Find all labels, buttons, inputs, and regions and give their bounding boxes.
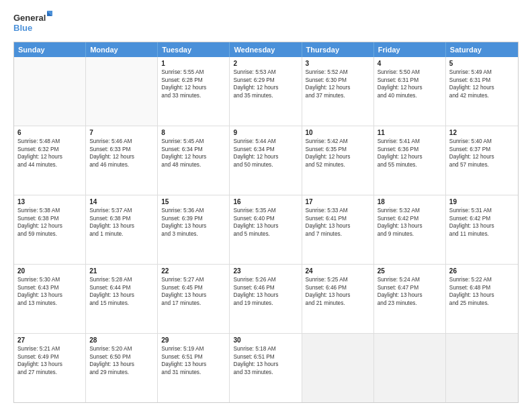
calendar-row: 13Sunrise: 5:38 AMSunset: 6:38 PMDayligh… bbox=[14, 195, 518, 265]
calendar-cell: 15Sunrise: 5:36 AMSunset: 6:39 PMDayligh… bbox=[158, 195, 230, 264]
calendar-cell: 11Sunrise: 5:41 AMSunset: 6:36 PMDayligh… bbox=[374, 126, 446, 195]
calendar-row: 6Sunrise: 5:48 AMSunset: 6:32 PMDaylight… bbox=[14, 126, 518, 195]
cell-info-line: Sunrise: 5:53 AM bbox=[233, 68, 298, 77]
cell-info-line: Daylight: 12 hours bbox=[17, 222, 82, 230]
day-number: 4 bbox=[378, 60, 442, 67]
day-number: 12 bbox=[449, 129, 515, 136]
cell-info-line: Daylight: 13 hours bbox=[233, 361, 298, 369]
cell-info-line: Daylight: 13 hours bbox=[306, 291, 370, 300]
cell-info-line: and 9 minutes. bbox=[378, 230, 442, 238]
cell-info-line: Sunrise: 5:50 AM bbox=[378, 68, 442, 77]
cell-info-line: Daylight: 12 hours bbox=[306, 84, 370, 92]
calendar-cell: 30Sunrise: 5:18 AMSunset: 6:51 PMDayligh… bbox=[230, 334, 302, 402]
cell-info-line: Sunrise: 5:22 AM bbox=[449, 276, 515, 284]
cell-info-line: and 46 minutes. bbox=[89, 161, 154, 169]
cell-info-line: Sunset: 6:34 PM bbox=[233, 146, 298, 154]
day-number: 18 bbox=[378, 198, 442, 205]
cell-info-line: Sunset: 6:46 PM bbox=[306, 284, 370, 292]
cell-info-line: Daylight: 13 hours bbox=[378, 291, 442, 300]
cell-info-line: Sunrise: 5:24 AM bbox=[378, 276, 442, 284]
day-number: 30 bbox=[233, 336, 298, 344]
cell-info-line: Daylight: 12 hours bbox=[378, 153, 442, 161]
cell-info-line: Daylight: 12 hours bbox=[378, 84, 442, 92]
calendar-cell: 10Sunrise: 5:42 AMSunset: 6:35 PMDayligh… bbox=[302, 126, 374, 195]
cell-info-line: Sunrise: 5:18 AM bbox=[233, 345, 298, 353]
day-number: 26 bbox=[449, 267, 515, 275]
cell-info-line: Sunset: 6:42 PM bbox=[378, 215, 442, 223]
calendar-cell: 22Sunrise: 5:27 AMSunset: 6:45 PMDayligh… bbox=[158, 265, 230, 333]
cell-info-line: Daylight: 12 hours bbox=[233, 153, 298, 161]
cell-info-line: and 7 minutes. bbox=[306, 230, 370, 238]
cell-info-line: and 35 minutes. bbox=[233, 92, 298, 100]
cell-info-line: Sunset: 6:32 PM bbox=[17, 146, 82, 154]
day-number: 25 bbox=[378, 267, 442, 275]
calendar-header: SundayMondayTuesdayWednesdayThursdayFrid… bbox=[14, 42, 518, 57]
cell-info-line: Sunrise: 5:33 AM bbox=[306, 207, 370, 215]
day-number: 6 bbox=[17, 129, 82, 136]
cell-info-line: Sunset: 6:28 PM bbox=[161, 77, 226, 85]
calendar-body: 1Sunrise: 5:55 AMSunset: 6:28 PMDaylight… bbox=[14, 57, 518, 402]
cell-info-line: and 5 minutes. bbox=[233, 230, 298, 238]
cell-info-line: and 59 minutes. bbox=[17, 230, 82, 238]
calendar-cell: 29Sunrise: 5:19 AMSunset: 6:51 PMDayligh… bbox=[158, 334, 230, 402]
cell-info-line: and 33 minutes. bbox=[161, 92, 226, 100]
cal-header-day: Thursday bbox=[302, 42, 374, 57]
cell-info-line: and 55 minutes. bbox=[378, 161, 442, 169]
cell-info-line: and 40 minutes. bbox=[378, 92, 442, 100]
cell-info-line: and 48 minutes. bbox=[161, 161, 226, 169]
cell-info-line: Sunset: 6:35 PM bbox=[306, 146, 370, 154]
logo-svg: General Blue bbox=[13, 11, 54, 35]
calendar-row: 1Sunrise: 5:55 AMSunset: 6:28 PMDaylight… bbox=[14, 57, 518, 126]
cell-info-line: Sunrise: 5:45 AM bbox=[161, 138, 226, 146]
calendar-cell: 23Sunrise: 5:26 AMSunset: 6:46 PMDayligh… bbox=[230, 265, 302, 333]
cell-info-line: and 37 minutes. bbox=[306, 92, 370, 100]
calendar-row: 20Sunrise: 5:30 AMSunset: 6:43 PMDayligh… bbox=[14, 265, 518, 334]
cell-info-line: Sunset: 6:51 PM bbox=[233, 353, 298, 361]
cell-info-line: Sunset: 6:30 PM bbox=[306, 77, 370, 85]
cell-info-line: Daylight: 13 hours bbox=[89, 291, 154, 300]
day-number: 29 bbox=[161, 336, 226, 344]
cal-header-day: Monday bbox=[86, 42, 158, 57]
cell-info-line: Sunset: 6:42 PM bbox=[449, 215, 515, 223]
cell-info-line: Daylight: 13 hours bbox=[161, 361, 226, 369]
cell-info-line: Daylight: 13 hours bbox=[17, 361, 82, 369]
calendar-cell: 24Sunrise: 5:25 AMSunset: 6:46 PMDayligh… bbox=[302, 265, 374, 333]
calendar-cell bbox=[374, 334, 446, 402]
calendar-cell: 13Sunrise: 5:38 AMSunset: 6:38 PMDayligh… bbox=[14, 195, 86, 264]
cell-info-line: Sunrise: 5:21 AM bbox=[17, 345, 82, 353]
cell-info-line: and 44 minutes. bbox=[17, 161, 82, 169]
day-number: 14 bbox=[89, 198, 154, 205]
cell-info-line: Sunset: 6:38 PM bbox=[89, 215, 154, 223]
day-number: 16 bbox=[233, 198, 298, 205]
day-number: 15 bbox=[161, 198, 226, 205]
cell-info-line: and 57 minutes. bbox=[449, 161, 515, 169]
cell-info-line: Sunrise: 5:46 AM bbox=[89, 138, 154, 146]
cell-info-line: Sunset: 6:36 PM bbox=[378, 146, 442, 154]
day-number: 28 bbox=[89, 336, 154, 344]
calendar: SundayMondayTuesdayWednesdayThursdayFrid… bbox=[13, 42, 519, 403]
calendar-cell: 26Sunrise: 5:22 AMSunset: 6:48 PMDayligh… bbox=[446, 265, 518, 333]
calendar-cell: 5Sunrise: 5:49 AMSunset: 6:31 PMDaylight… bbox=[446, 57, 518, 126]
day-number: 9 bbox=[233, 129, 298, 136]
cell-info-line: Sunrise: 5:28 AM bbox=[89, 276, 154, 284]
day-number: 5 bbox=[449, 60, 515, 67]
day-number: 7 bbox=[89, 129, 154, 136]
cell-info-line: and 19 minutes. bbox=[233, 300, 298, 308]
cell-info-line: Sunset: 6:48 PM bbox=[449, 284, 515, 292]
cell-info-line: and 27 minutes. bbox=[17, 369, 82, 377]
cell-info-line: Sunrise: 5:27 AM bbox=[161, 276, 226, 284]
cell-info-line: Sunrise: 5:49 AM bbox=[449, 68, 515, 77]
cell-info-line: Sunrise: 5:20 AM bbox=[89, 345, 154, 353]
cell-info-line: Sunset: 6:39 PM bbox=[161, 215, 226, 223]
cal-header-day: Sunday bbox=[14, 42, 86, 57]
calendar-row: 27Sunrise: 5:21 AMSunset: 6:49 PMDayligh… bbox=[14, 334, 518, 402]
cell-info-line: Daylight: 12 hours bbox=[306, 153, 370, 161]
day-number: 11 bbox=[378, 129, 442, 136]
cell-info-line: and 21 minutes. bbox=[306, 300, 370, 308]
cell-info-line: Sunrise: 5:35 AM bbox=[233, 207, 298, 215]
header: General Blue bbox=[13, 11, 519, 35]
svg-text:Blue: Blue bbox=[13, 23, 32, 33]
cell-info-line: Sunrise: 5:25 AM bbox=[306, 276, 370, 284]
calendar-cell: 2Sunrise: 5:53 AMSunset: 6:29 PMDaylight… bbox=[230, 57, 302, 126]
cell-info-line: Daylight: 13 hours bbox=[233, 222, 298, 230]
